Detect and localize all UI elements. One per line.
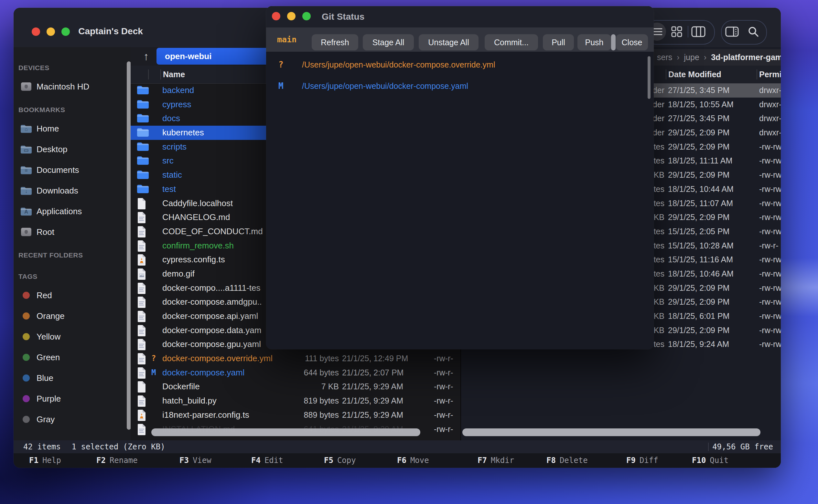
dialog-toolbar: main RefreshStage AllUnstage AllCommit..… [266,27,654,52]
file-icon [137,325,149,336]
close-button[interactable] [32,27,40,36]
fn-action-label: Delete [560,456,588,465]
file-permissions: -rw-r- [434,352,453,366]
sidebar-item-yellow[interactable]: Yellow [14,326,131,347]
file-permissions: -rw-rw [759,154,781,168]
commit-button[interactable]: Commit... [485,34,538,50]
fn-f2-rename[interactable]: F2Rename [96,453,138,468]
breadcrumb-segment[interactable]: sers [657,53,672,62]
file-permissions: -rw-rw [759,140,781,154]
file-name: kubernetes [162,126,204,140]
fn-action-label: Rename [110,456,138,465]
toolbar-divider [688,26,688,37]
sidebar-item-macintosh-hd[interactable]: Macintosh HD [14,76,131,97]
file-size: 889 bytes [260,408,339,422]
file-name: docker-compose.gpu.yaml [162,337,261,352]
sidebar-item-label: Downloads [37,186,78,196]
date-modified-column-header[interactable]: Date Modified [668,66,721,83]
push-button[interactable]: Push [577,34,611,50]
file-row[interactable]: Mdocker-compose.yaml644 bytes21/1/25, 2:… [131,366,460,380]
fn-f10-quit[interactable]: F10Quit [692,453,729,468]
horizontal-scrollbar-right[interactable] [462,428,760,436]
pull-button[interactable]: Pull [543,34,574,50]
current-folder-tab[interactable]: open-webui [156,48,273,65]
drive-shape [21,82,31,91]
file-permissions: -rw-r- [434,422,453,436]
tag-dot [23,333,30,340]
sidebar-item-green[interactable]: Green [14,347,131,368]
unstage-all-button[interactable]: Unstage All [419,34,478,50]
dialog-zoom-button[interactable] [302,12,311,20]
sidebar-section-header: DEVICES [14,59,131,76]
folder-glyph: ⌂ [20,123,32,135]
fn-f4-edit[interactable]: F4Edit [251,453,283,468]
git-entry-status: M [278,75,284,97]
sidebar-item-root[interactable]: Root [14,222,131,242]
sidebar-section-header: BOOKMARKS [14,101,131,118]
file-date: 29/1/25, 2:09 PM [668,126,729,140]
fn-f7-mkdir[interactable]: F7Mkdir [477,453,514,468]
sidebar-item-documents[interactable]: ≡Documents [14,160,131,180]
folder-desktop-icon: ▭ [20,143,32,155]
name-column-header[interactable]: Name [163,66,185,83]
git-entry-row[interactable]: ?/Users/jupe/open-webui/docker-compose.o… [266,54,654,75]
breadcrumb-segment[interactable]: 3d-platformer-game [711,53,781,62]
horizontal-scrollbar-left[interactable] [151,428,420,436]
file-date: 18/1/25, 11:07 AM [668,196,733,211]
permissions-column-header[interactable]: Permis [759,66,781,83]
fn-key-label: F8 [546,456,556,465]
selection-status: 1 selected (Zero KB) [72,442,165,451]
refresh-button[interactable]: Refresh [312,34,358,50]
file-row[interactable]: Dockerfile7 KB21/1/25, 9:29 AM-rw-r- [131,380,460,394]
file-permissions: -rw-rw [759,267,781,281]
file-size: 7 KB [260,380,339,394]
sidebar-item-purple[interactable]: Purple [14,388,131,409]
file-icon [137,310,149,322]
file-name: cypress [162,98,191,112]
fn-f1-help[interactable]: F1Help [29,453,61,468]
file-row[interactable]: hatch_build.py819 bytes21/1/25, 9:29 AM-… [131,394,460,408]
sidebar-item-orange[interactable]: Orange [14,306,131,326]
sidebar-item-downloads[interactable]: ↓Downloads [14,180,131,201]
sidebar-item-red[interactable]: Red [14,285,131,306]
sidebar-item-applications[interactable]: AApplications [14,201,131,222]
folder-icon [137,169,149,181]
breadcrumb-segment[interactable]: jupe [684,53,699,62]
search-icon[interactable] [744,23,762,41]
dialog-minimize-button[interactable] [287,12,296,20]
fn-f6-move[interactable]: F6Move [397,453,429,468]
sidebar-item-home[interactable]: ⌂Home [14,118,131,139]
folder-icon [137,85,149,96]
fn-f5-copy[interactable]: F5Copy [324,453,356,468]
fn-action-label: Mkdir [491,456,514,465]
file-permissions: -rw-r- [434,394,453,408]
file-permissions: -rw-r- [434,408,453,422]
column-view-icon[interactable] [689,23,708,41]
sidebar-toggle-icon[interactable] [723,23,741,41]
sidebar-item-blue[interactable]: Blue [14,368,131,388]
file-name: docker-compose.amdgpu.. [162,295,262,309]
tag-dot [23,395,30,402]
file-row[interactable]: i18next-parser.config.ts889 bytes21/1/25… [131,408,460,422]
sidebar-item-desktop[interactable]: ▭Desktop [14,139,131,160]
fn-action-label: Diff [640,456,658,465]
grid-view-icon[interactable] [668,23,686,41]
dialog-close-button[interactable] [272,12,280,20]
sidebar-item-gray[interactable]: Gray [14,409,131,430]
minimize-button[interactable] [47,27,55,36]
stage-all-button[interactable]: Stage All [363,34,414,50]
up-directory-button[interactable]: ↑ [139,48,153,65]
file-permissions: drwxr- [759,111,781,126]
fn-f8-delete[interactable]: F8Delete [546,453,588,468]
file-date: 29/1/25, 2:09 PM [668,140,729,154]
fn-f3-view[interactable]: F3View [179,453,212,468]
sidebar-scrollbar[interactable] [127,61,131,430]
close-button[interactable]: Close [616,34,648,50]
fn-f9-diff[interactable]: F9Diff [626,453,658,468]
file-size: 644 bytes [260,366,339,380]
dialog-scrollbar[interactable] [648,56,651,99]
file-size: 819 bytes [260,394,339,408]
git-entry-row[interactable]: M/Users/jupe/open-webui/docker-compose.y… [266,75,654,97]
file-icon [137,282,149,294]
file-row[interactable]: ?docker-compose.override.yml111 bytes21/… [131,352,460,366]
